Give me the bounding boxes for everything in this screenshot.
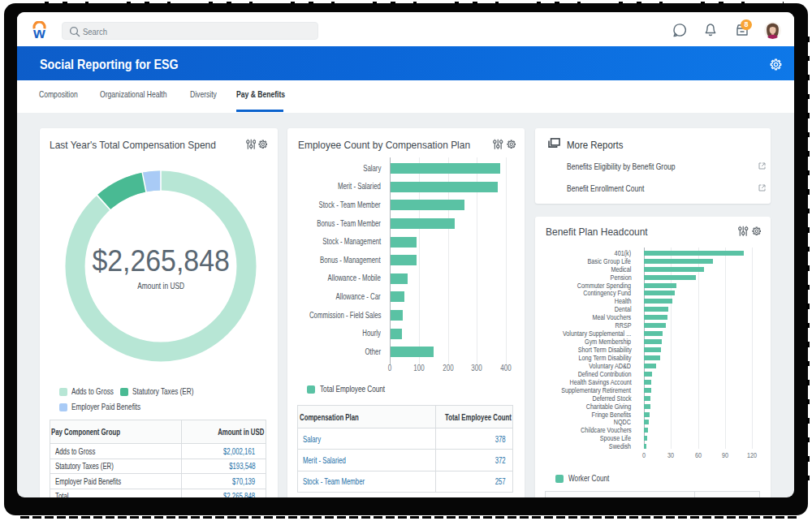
svg-text:w: w — [32, 24, 45, 39]
